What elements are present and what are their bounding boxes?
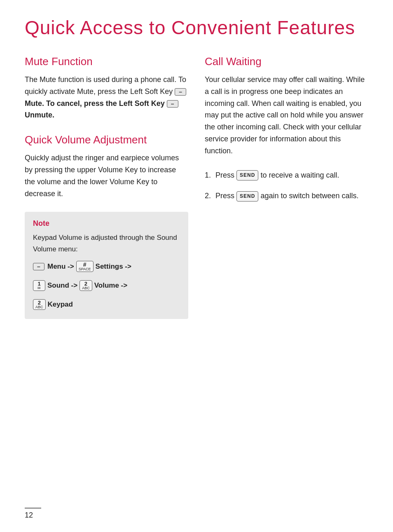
page-title: Quick Access to Convenient Features	[25, 16, 368, 39]
right-column: Call Waiting Your cellular service may o…	[205, 55, 368, 319]
num-1-key: 1 ✉	[33, 280, 45, 291]
step-2-text-after: again to switch between calls.	[260, 192, 358, 200]
note-keypad-line: 2 ABC Keypad	[33, 298, 180, 312]
note-title: Note	[33, 219, 180, 228]
note-menu-softkey	[33, 263, 45, 270]
step-2-num: 2.	[205, 190, 212, 202]
note-volume-label: Volume ->	[94, 279, 127, 293]
page-number: 12	[25, 508, 41, 520]
hash-settings-key: # SPACE	[76, 261, 94, 272]
mute-soft-key-icon	[175, 88, 187, 96]
send-key-2: SEND	[236, 191, 258, 202]
send-key-1: SEND	[236, 170, 258, 180]
call-waiting-intro: Your cellular service may offer call wai…	[205, 74, 368, 157]
step-1-text-after: to receive a waiting call.	[260, 171, 339, 179]
call-waiting-step-1: 1. Press SEND to receive a waiting call.	[205, 169, 368, 181]
note-body-text: Keypad Volume is adjusted through the So…	[33, 234, 177, 253]
volume-adjustment-body: Quickly adjust the ringer and earpiece v…	[25, 152, 188, 199]
volume-adjustment-heading: Quick Volume Adjustment	[25, 134, 188, 146]
step-1-text-before: Press	[215, 171, 234, 179]
num-2-keypad-key: 2 ABC	[33, 299, 46, 310]
unmute-label: Unmute.	[25, 111, 54, 119]
step-1-num: 1.	[205, 169, 212, 181]
mute-label: Mute. To cancel, press the Left Soft Key	[25, 99, 165, 108]
step-1-content: Press SEND to receive a waiting call.	[215, 169, 339, 181]
mute-body-text-1: The Mute function is used during a phone…	[25, 75, 186, 96]
note-settings-label: Settings ->	[96, 260, 131, 274]
call-waiting-steps: 1. Press SEND to receive a waiting call.…	[205, 169, 368, 202]
note-menu-line: Menu -> # SPACE Settings ->	[33, 260, 180, 274]
unmute-soft-key-icon	[167, 100, 179, 108]
note-menu-label: Menu ->	[47, 260, 74, 274]
note-keypad-label: Keypad	[48, 298, 73, 312]
note-sound-line: 1 ✉ Sound -> 2 ABC Volume ->	[33, 279, 180, 293]
step-2-content: Press SEND again to switch between calls…	[215, 190, 359, 202]
note-box: Note Keypad Volume is adjusted through t…	[25, 212, 188, 319]
num-2-volume-key: 2 ABC	[80, 280, 92, 291]
step-2-text-before: Press	[215, 192, 234, 200]
call-waiting-heading: Call Waiting	[205, 55, 368, 68]
mute-function-body: The Mute function is used during a phone…	[25, 74, 188, 121]
note-sound-label: Sound ->	[47, 279, 77, 293]
left-column: Mute Function The Mute function is used …	[25, 55, 188, 319]
mute-function-heading: Mute Function	[25, 55, 188, 68]
call-waiting-step-2: 2. Press SEND again to switch between ca…	[205, 190, 368, 202]
